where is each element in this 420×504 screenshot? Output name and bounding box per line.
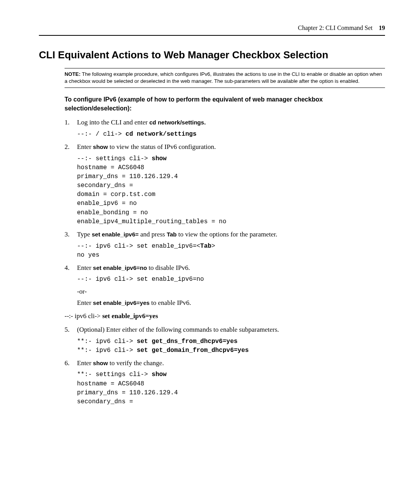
code-block: **:- settings cli-> show hostname = ACS6… — [77, 370, 385, 406]
step-body: Enter show to view the status of IPv6 co… — [77, 142, 385, 152]
code-block: --:- settings cli-> show hostname = ACS6… — [77, 154, 385, 227]
code-block: **:- ipv6 cli-> set get_dns_from_dhcpv6=… — [77, 337, 385, 355]
running-header: Chapter 2: CLI Command Set 19 — [39, 23, 385, 33]
steps-list-cont: 5. (Optional) Enter either of the follow… — [65, 325, 385, 406]
step-3: 3. Type set enable_ipv6= and press Tab t… — [65, 229, 385, 260]
code-block: --:- ipv6 cli-> set enable_ipv6=<Tab> no… — [77, 242, 385, 260]
step-1: 1. Log into the CLI and enter cd network… — [65, 117, 385, 139]
step-2: 2. Enter show to view the status of IPv6… — [65, 142, 385, 226]
step-body: (Optional) Enter either of the following… — [77, 325, 385, 335]
step-number: 5. — [65, 325, 77, 335]
code-block: --:- ipv6 cli-> set enable_ipv6=no — [77, 275, 385, 284]
inline-command: --:- ipv6 cli-> set enable_ipv6=yes — [65, 311, 385, 321]
step-number: 4. — [65, 263, 77, 273]
step-number: 1. — [65, 117, 77, 128]
procedure-heading: To configure IPv6 (example of how to per… — [65, 95, 385, 113]
step-body: Enter show to verify the change. — [77, 358, 385, 368]
step-number: 3. — [65, 229, 77, 240]
note-block: NOTE: The following example procedure, w… — [65, 68, 385, 88]
code-block: --:- / cli-> cd network/settings — [77, 130, 385, 139]
steps-list: 1. Log into the CLI and enter cd network… — [65, 117, 385, 308]
or-line: -or- — [77, 287, 385, 297]
step-body: Enter set enable_ipv6=no to disable IPv6… — [77, 263, 385, 273]
step-number: 2. — [65, 142, 77, 152]
step-body: Type set enable_ipv6= and press Tab to v… — [77, 229, 385, 240]
step-4: 4. Enter set enable_ipv6=no to disable I… — [65, 263, 385, 308]
chapter-label: Chapter 2: CLI Command Set — [298, 24, 373, 31]
section-title: CLI Equivalent Actions to Web Manager Ch… — [39, 47, 385, 63]
step-body-alt: Enter set enable_ipv6=yes to enable IPv6… — [77, 298, 385, 308]
note-label: NOTE: — [65, 71, 80, 77]
header-rule — [39, 35, 385, 36]
step-5: 5. (Optional) Enter either of the follow… — [65, 325, 385, 355]
step-body: Log into the CLI and enter cd network/se… — [77, 117, 385, 128]
page-number: 19 — [379, 24, 385, 31]
step-6: 6. Enter show to verify the change. **:-… — [65, 358, 385, 406]
note-text: The following example procedure, which c… — [65, 71, 382, 84]
step-number: 6. — [65, 358, 77, 368]
